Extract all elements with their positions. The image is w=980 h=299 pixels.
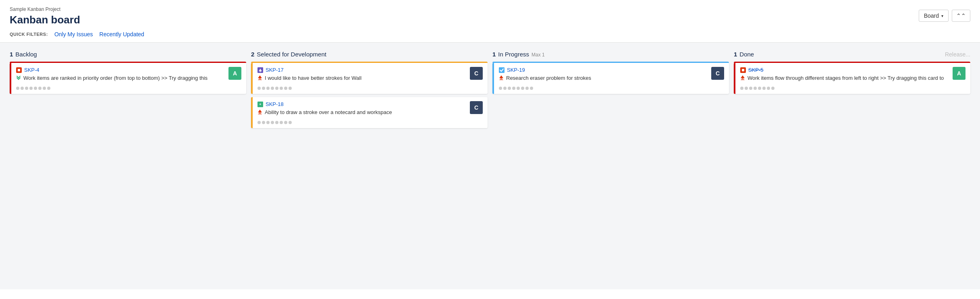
header-right: Board ▾ ⌃⌃ bbox=[919, 10, 970, 22]
table-row[interactable]: SKP-19Research eraser problem for stroke… bbox=[492, 63, 729, 94]
progress-dot bbox=[280, 87, 283, 90]
table-row[interactable]: SKP-17I would like to have better stroke… bbox=[251, 63, 488, 94]
column-backlog: 1BacklogSKP-4Work items are ranked in pr… bbox=[10, 51, 246, 142]
column-max: Max 1 bbox=[532, 52, 545, 58]
progress-dot bbox=[758, 87, 761, 90]
card-description: Work items are ranked in priority order … bbox=[23, 75, 208, 82]
progress-dot bbox=[275, 121, 278, 124]
priority-icon bbox=[740, 75, 745, 82]
card-id[interactable]: SKP-5 bbox=[748, 67, 764, 73]
table-row[interactable]: SKP-5Work items flow through different s… bbox=[734, 63, 970, 94]
collapse-icon: ⌃⌃ bbox=[956, 12, 966, 19]
column-name: Done bbox=[739, 51, 754, 58]
column-done: 1DoneRelease...SKP-5Work items flow thro… bbox=[734, 51, 970, 142]
card-id[interactable]: SKP-19 bbox=[507, 67, 525, 73]
progress-dot bbox=[284, 121, 287, 124]
collapse-button[interactable]: ⌃⌃ bbox=[952, 10, 970, 22]
card-content: +SKP-18Ability to draw a stroke over a n… bbox=[257, 101, 467, 116]
card-dots bbox=[16, 84, 241, 90]
card-content: SKP-17I would like to have better stroke… bbox=[257, 67, 467, 82]
progress-dot bbox=[745, 87, 748, 90]
card-id[interactable]: SKP-18 bbox=[266, 101, 284, 107]
done-icon bbox=[499, 67, 505, 73]
column-body-selected: SKP-17I would like to have better stroke… bbox=[251, 62, 488, 142]
card-dots bbox=[257, 118, 483, 124]
card-priority: Ability to draw a stroke over a notecard… bbox=[257, 109, 467, 116]
progress-dot bbox=[262, 121, 265, 124]
progress-dot bbox=[508, 87, 511, 90]
progress-dot bbox=[275, 87, 278, 90]
project-name: Sample Kanban Project bbox=[10, 6, 80, 12]
priority-icon bbox=[257, 75, 262, 82]
priority-icon bbox=[499, 75, 504, 82]
column-selected: 2Selected for DevelopmentSKP-17I would l… bbox=[251, 51, 488, 142]
progress-dot bbox=[21, 87, 24, 90]
progress-dot bbox=[266, 121, 270, 124]
card-id[interactable]: SKP-4 bbox=[24, 67, 39, 73]
column-body-done: SKP-5Work items flow through different s… bbox=[734, 62, 970, 142]
bug-icon bbox=[16, 67, 22, 73]
avatar: A bbox=[228, 67, 241, 80]
column-count: 2 bbox=[251, 51, 254, 58]
progress-dot bbox=[266, 87, 270, 90]
story-icon: + bbox=[257, 102, 263, 107]
progress-dot bbox=[521, 87, 524, 90]
column-count: 1 bbox=[10, 51, 13, 58]
card-inner: SKP-5Work items flow through different s… bbox=[740, 67, 965, 82]
column-header-selected: 2Selected for Development bbox=[251, 51, 488, 58]
table-row[interactable]: SKP-4Work items are ranked in priority o… bbox=[10, 63, 246, 94]
progress-dot bbox=[16, 87, 19, 90]
progress-dot bbox=[512, 87, 515, 90]
card-dots bbox=[257, 84, 483, 90]
card-id-row: SKP-19 bbox=[499, 67, 708, 73]
column-count: 1 bbox=[734, 51, 737, 58]
progress-dot bbox=[754, 87, 757, 90]
quick-filters-label: QUICK FILTERS: bbox=[10, 32, 48, 37]
progress-dot bbox=[34, 87, 37, 90]
card-priority: I would like to have better strokes for … bbox=[257, 75, 467, 82]
progress-dot bbox=[530, 87, 533, 90]
card-inner: +SKP-18Ability to draw a stroke over a n… bbox=[257, 101, 483, 116]
card-description: Work items flow through different stages… bbox=[747, 75, 944, 82]
progress-dot bbox=[262, 87, 265, 90]
page-header: Sample Kanban Project Kanban board Board… bbox=[0, 0, 980, 26]
column-header-backlog: 1Backlog bbox=[10, 51, 246, 58]
bug-icon bbox=[740, 67, 746, 73]
progress-dot bbox=[38, 87, 42, 90]
avatar: A bbox=[953, 67, 965, 80]
card-content: SKP-4Work items are ranked in priority o… bbox=[16, 67, 225, 82]
progress-dot bbox=[289, 121, 292, 124]
column-release-action[interactable]: Release... bbox=[945, 51, 970, 58]
filter-only-my-issues[interactable]: Only My Issues bbox=[54, 31, 93, 37]
card-id[interactable]: SKP-17 bbox=[266, 67, 284, 73]
card-priority: Research eraser problem for strokes bbox=[499, 75, 708, 82]
card-inner: SKP-17I would like to have better stroke… bbox=[257, 67, 483, 82]
progress-dot bbox=[43, 87, 46, 90]
svg-rect-15 bbox=[742, 69, 744, 71]
table-row[interactable]: +SKP-18Ability to draw a stroke over a n… bbox=[251, 97, 488, 128]
svg-rect-1 bbox=[18, 69, 20, 71]
card-priority: Work items flow through different stages… bbox=[740, 75, 949, 82]
progress-dot bbox=[257, 121, 261, 124]
card-dots bbox=[499, 84, 724, 90]
card-description: Ability to draw a stroke over a notecard… bbox=[265, 109, 392, 116]
board-area: 1BacklogSKP-4Work items are ranked in pr… bbox=[0, 43, 980, 289]
card-id-row: +SKP-18 bbox=[257, 101, 467, 107]
progress-dot bbox=[517, 87, 520, 90]
card-content: SKP-5Work items flow through different s… bbox=[740, 67, 949, 82]
priority-icon bbox=[16, 75, 21, 82]
progress-dot bbox=[289, 87, 292, 90]
avatar: C bbox=[470, 101, 483, 114]
svg-text:+: + bbox=[259, 102, 261, 106]
progress-dot bbox=[47, 87, 50, 90]
column-header-inprogress: 1In ProgressMax 1 bbox=[492, 51, 729, 58]
board-title: Kanban board bbox=[10, 14, 80, 26]
progress-dot bbox=[284, 87, 287, 90]
column-body-inprogress: SKP-19Research eraser problem for stroke… bbox=[492, 62, 729, 142]
progress-dot bbox=[503, 87, 507, 90]
card-priority: Work items are ranked in priority order … bbox=[16, 75, 225, 82]
progress-dot bbox=[762, 87, 766, 90]
filter-recently-updated[interactable]: Recently Updated bbox=[100, 31, 144, 37]
board-view-button[interactable]: Board ▾ bbox=[919, 10, 949, 22]
filters-bar: QUICK FILTERS: Only My Issues Recently U… bbox=[0, 26, 980, 43]
